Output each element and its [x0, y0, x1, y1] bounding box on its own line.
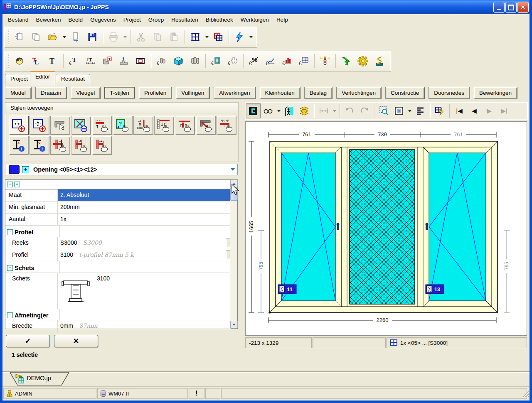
settings-button[interactable] [355, 53, 371, 69]
euro-profile-button[interactable]: €T [66, 53, 82, 69]
windows-stack-button[interactable] [210, 29, 227, 45]
tool-add-stijl-vertical[interactable] [9, 116, 29, 135]
tab-doorsnedes[interactable]: Doorsnedes [429, 87, 470, 99]
tab-verluchtingen[interactable]: Verluchtingen [336, 87, 381, 99]
close-button[interactable]: ✕ [517, 2, 529, 13]
cut-button[interactable] [133, 29, 149, 45]
profiles-data-button[interactable]: TL [28, 53, 44, 69]
open-button[interactable] [44, 29, 61, 45]
tool-stijl-verplaats-2[interactable] [217, 116, 236, 135]
open-dropdown[interactable] [61, 29, 67, 45]
drawing-canvas[interactable]: 761 739 761 1665 795 [245, 121, 527, 336]
row-breedte[interactable]: Breedte 0mm87mm [5, 320, 237, 332]
calculate-dropdown[interactable] [248, 29, 254, 45]
tool-delete-stijl[interactable] [71, 116, 91, 135]
tab-resultaat[interactable]: Resultaat [56, 74, 90, 86]
model-3d-button[interactable] [170, 53, 187, 69]
element-select-dropdown[interactable] [406, 103, 413, 119]
scroll-down-button[interactable] [230, 321, 238, 329]
collapse-icon[interactable]: − [7, 312, 13, 318]
opening-selector-dropdown[interactable] [228, 165, 237, 174]
tab-model[interactable]: Model [5, 87, 31, 99]
collapse-all-icon[interactable]: − [7, 182, 13, 187]
euro-glass-button[interactable]: € [208, 53, 224, 69]
import-button[interactable] [67, 29, 84, 45]
nav-first-button[interactable]: |◀ [452, 103, 467, 118]
view-options-dropdown[interactable] [276, 103, 282, 119]
row-profiel[interactable]: Profiel 3100t-profiel 87mm 5 k ... [5, 249, 237, 261]
paste-button[interactable] [166, 29, 182, 45]
lighthouse-button[interactable] [317, 53, 333, 69]
tab-vullingen[interactable]: Vullingen [176, 87, 209, 99]
undo-button[interactable] [342, 103, 357, 118]
tool-stijl-koppel-1[interactable] [50, 136, 70, 155]
right-sash[interactable] [423, 147, 492, 307]
vleugel-badge-13[interactable]: 13 [426, 285, 444, 294]
nav-last-button[interactable]: ▶| [497, 103, 512, 118]
dimension-button[interactable] [316, 103, 331, 118]
expand-all-icon[interactable]: + [14, 182, 20, 187]
toolbar-grip2[interactable] [8, 54, 9, 69]
tool-stijl-koppel-2[interactable] [71, 136, 91, 155]
menu-beeld[interactable]: Beeld [65, 15, 87, 25]
menu-resultaten[interactable]: Resultaten [167, 15, 202, 25]
tab-bewerkingen[interactable]: Bewerkingen [474, 87, 517, 99]
window-grid-button[interactable] [187, 29, 204, 45]
tab-t-stijlen[interactable]: T-stijlen [104, 87, 135, 99]
row-reeks[interactable]: Reeks S3000S3000 ... [5, 237, 237, 249]
tool-stijl-info-x[interactable]: xi [9, 136, 29, 155]
new-button[interactable] [11, 29, 28, 45]
tool-stijl-vraag[interactable]: ? [113, 116, 133, 135]
menu-groep[interactable]: Groep [145, 15, 168, 25]
tab-editor[interactable]: Editor [30, 71, 55, 86]
menu-gegevens[interactable]: Gegevens [86, 15, 120, 25]
euro-curve-button[interactable]: € [262, 53, 279, 69]
tab-project[interactable]: Project [5, 74, 33, 86]
accept-button[interactable]: ✓ [6, 335, 50, 347]
tab-afwerkingen[interactable]: Afwerkingen [214, 87, 255, 99]
collapse-icon[interactable]: − [7, 265, 13, 271]
profile-t-button[interactable]: T [44, 53, 61, 69]
tool-stijl-info-y[interactable]: vi [30, 136, 49, 155]
print-button[interactable] [105, 29, 122, 45]
window-grid-dropdown[interactable] [204, 29, 210, 45]
tool-stijl-hoek[interactable] [196, 116, 216, 135]
process-button[interactable] [338, 53, 355, 69]
menu-bewerken[interactable]: Bewerken [32, 15, 65, 25]
euro-table-button[interactable]: € [296, 53, 312, 69]
redo-button[interactable] [357, 103, 372, 118]
grid-scrollbar[interactable] [230, 180, 237, 329]
tool-stijl-koppel-3[interactable] [92, 136, 112, 155]
hardware-set-button[interactable] [187, 53, 203, 69]
save-button[interactable] [84, 29, 101, 45]
tab-profielen[interactable]: Profielen [139, 87, 172, 99]
tab-beslag[interactable]: Beslag [304, 87, 332, 99]
calculate-button[interactable] [231, 29, 248, 45]
profile-add-button[interactable] [99, 53, 116, 69]
tool-move-stijl[interactable] [92, 116, 112, 135]
left-sash[interactable] [276, 147, 341, 307]
group-row-afmetingen[interactable]: −Afmeting(er [5, 309, 237, 320]
group-row-schets[interactable]: −Schets [5, 261, 237, 273]
row-aantal[interactable]: Aantal 1x [5, 214, 237, 226]
tool-stijl-verdeel[interactable] [154, 116, 174, 135]
euro-percent-button[interactable]: €% [246, 53, 262, 69]
vleugel-badge-11[interactable]: 11 [278, 285, 296, 294]
dim-profile-button[interactable]: T [82, 53, 99, 69]
toolbar-grip[interactable] [8, 29, 9, 44]
align-button[interactable] [413, 103, 428, 118]
tool-add-stijl-horizontal[interactable] [30, 116, 49, 135]
tab-draaizin[interactable]: Draaizin [35, 87, 67, 99]
menu-werktuigen[interactable]: Werktuigen [237, 15, 273, 25]
copy-button[interactable] [28, 29, 44, 45]
row-schets[interactable]: Schets 3100 [5, 273, 237, 309]
spring-button[interactable] [371, 53, 388, 69]
row-min-glasmaat[interactable]: Min. glasmaat 200mm [5, 202, 237, 214]
group-row-profiel[interactable]: −Profiel [5, 226, 237, 237]
menu-bestand[interactable]: Bestand [4, 15, 32, 25]
print-dropdown[interactable] [122, 29, 128, 45]
element-select-button[interactable] [392, 103, 406, 118]
tab-constructie[interactable]: Constructie [385, 87, 424, 99]
cancel-button[interactable]: × [54, 335, 98, 347]
person-view-button[interactable] [282, 103, 297, 118]
